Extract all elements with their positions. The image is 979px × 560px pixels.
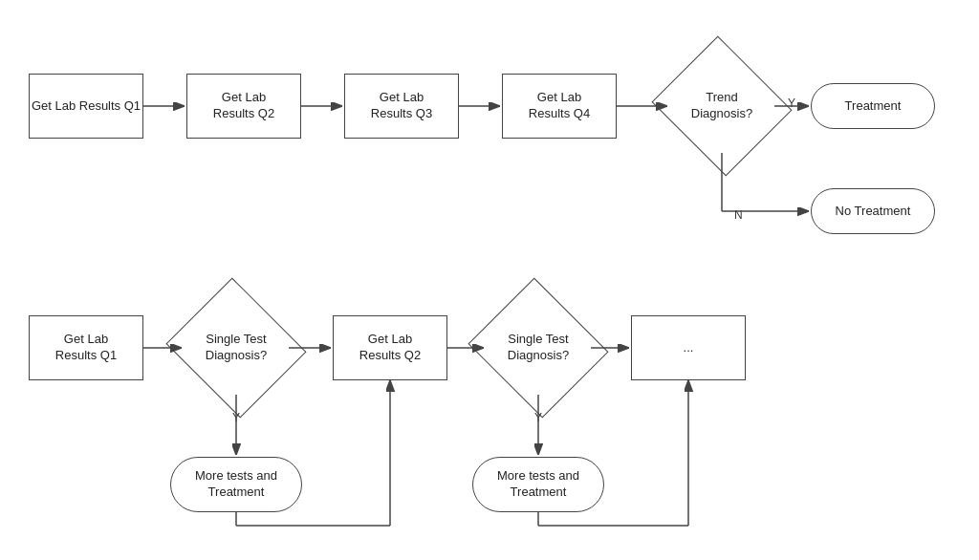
label-n-top: N [734,208,743,222]
box-q2: Get LabResults Q2 [186,74,301,139]
label-y-bottom1: Y [232,411,240,424]
diamond-single1: Single TestDiagnosis? [184,301,289,395]
box-q4: Get LabResults Q4 [502,74,617,139]
oval-more2: More tests andTreatment [472,457,604,512]
oval-treatment: Treatment [811,83,935,129]
diamond-trend: TrendDiagnosis? [669,59,774,153]
label-y-bottom2: Y [534,411,542,424]
box-bq2: Get LabResults Q2 [333,315,447,380]
diamond-single2: Single TestDiagnosis? [486,301,591,395]
box-bdots: ... [631,315,746,380]
oval-no-treatment: No Treatment [811,188,935,234]
label-y-top: Y [788,97,795,110]
diagram: Get Lab Results Q1 Get LabResults Q2 Get… [0,0,979,560]
box-bq1: Get LabResults Q1 [29,315,143,380]
oval-more1: More tests andTreatment [170,457,302,512]
box-q1: Get Lab Results Q1 [29,74,143,139]
box-q3: Get LabResults Q3 [344,74,459,139]
